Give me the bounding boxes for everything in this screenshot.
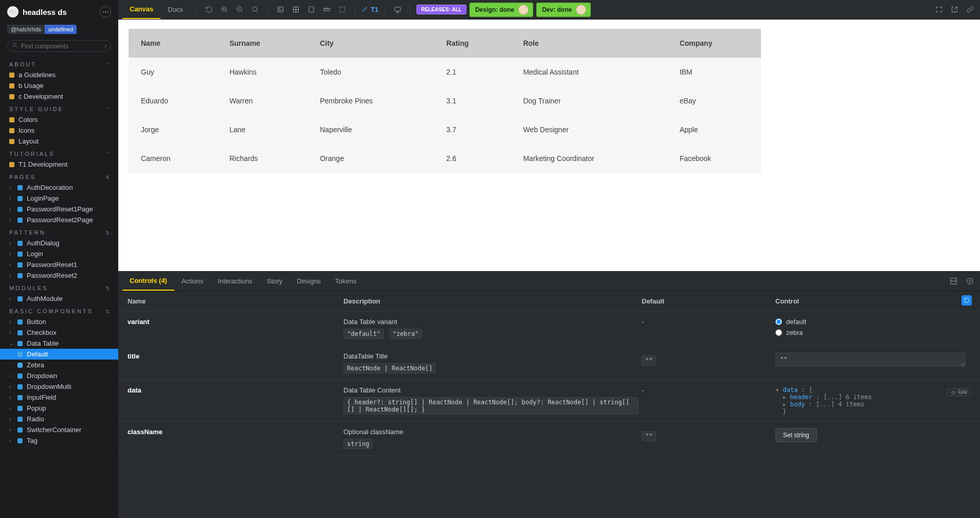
sidebar-item-switchercontainer[interactable]: ›SwitcherContainer (0, 424, 118, 435)
variant-radio-group: default zebra (775, 318, 971, 340)
table-row: GuyHawkinsToledo2.1Medical AssistantIBM (129, 58, 761, 86)
sidebar-item-passwordreset2page[interactable]: ›PasswordReset2Page (0, 215, 118, 225)
section-style-guide[interactable]: STYLE GUIDE ⌃ (0, 102, 118, 114)
sidebar-item-passwordreset1page[interactable]: ›PasswordReset1Page (0, 204, 118, 215)
sidebar-item-guidelines[interactable]: a Guidelines (0, 69, 118, 80)
find-components[interactable]: / (7, 40, 111, 52)
addons-close-icon[interactable] (964, 275, 976, 288)
table-cell: 2.6 (434, 144, 511, 173)
table-cell: 3.1 (434, 86, 511, 115)
section-pattern[interactable]: PATTERN ⇅ (0, 225, 118, 238)
grid-icon[interactable] (290, 4, 302, 16)
sidebar-item-data-table-zebra[interactable]: Zebra (0, 360, 118, 370)
variant-option-default[interactable]: default (775, 318, 971, 326)
sidebar-item-passwordreset2[interactable]: ›PasswordReset2 (0, 270, 118, 281)
sidebar-item-t1-development[interactable]: T1 Development (0, 159, 118, 170)
addon-tab-designs[interactable]: Designs (289, 272, 328, 291)
sidebar-item-icons[interactable]: Icons (0, 125, 118, 136)
addon-tab-controls[interactable]: Controls (4) (122, 272, 174, 291)
title-input[interactable]: "" (775, 352, 966, 367)
sidebar-item-data-table-default[interactable]: Default (0, 349, 118, 360)
raw-toggle[interactable]: RAW (947, 388, 971, 396)
search-input[interactable] (21, 43, 102, 50)
table-cell: Apple (667, 115, 761, 144)
table-cell: Toledo (307, 58, 434, 86)
releases-badge[interactable]: RELEASES: ALL (416, 5, 466, 14)
section-basic-components[interactable]: BASIC COMPONENTS ⇅ (0, 304, 118, 316)
sidebar-item-dropdown[interactable]: ›Dropdown (0, 370, 118, 381)
zoom-reset-icon[interactable] (249, 4, 262, 16)
variant-option-zebra[interactable]: zebra (775, 329, 971, 336)
data-json-tree[interactable]: RAW ▾ data : { ▸ header : [...] 6 items … (775, 386, 971, 415)
sidebar-item-dropdownmulti[interactable]: ›DropdownMulti (0, 381, 118, 392)
background-icon[interactable] (275, 4, 287, 16)
table-row: CameronRichardsOrange2.6Marketing Coordi… (129, 144, 761, 173)
table-cell: Web Designer (511, 115, 667, 144)
sidebar-item-colors[interactable]: Colors (0, 114, 118, 125)
addon-tab-actions[interactable]: Actions (174, 272, 211, 291)
arg-row-title: title DataTable Title ReactNode | ReactN… (118, 346, 980, 380)
edit-mode[interactable]: T1 (361, 5, 378, 14)
table-cell: Eduardo (129, 86, 217, 115)
present-icon[interactable] (391, 4, 404, 16)
table-cell: 3.7 (434, 115, 511, 144)
topbar: Canvas Docs T1 RELEASES: ALL (118, 0, 980, 20)
sort-icon: ⇅ (105, 174, 111, 180)
addon-tab-story[interactable]: Story (260, 272, 289, 291)
section-modules[interactable]: MODULES ⇅ (0, 281, 118, 293)
zoom-in-icon[interactable] (219, 4, 231, 16)
table-cell: Richards (217, 144, 307, 173)
zoom-out-icon[interactable] (234, 4, 246, 16)
viewport-icon[interactable] (305, 4, 318, 16)
edit-mode-label: T1 (371, 6, 378, 13)
dev-status-chip[interactable]: Dev: done (536, 3, 591, 17)
sidebar-item-authmodule[interactable]: ›AuthModule (0, 293, 118, 304)
svg-point-11 (252, 7, 257, 11)
svg-line-12 (257, 11, 258, 12)
col-city: City (307, 29, 434, 58)
reset-controls-button[interactable] (961, 295, 972, 306)
table-cell: Warren (217, 86, 307, 115)
table-row: JorgeLaneNaperville3.7Web DesignerApple (129, 115, 761, 144)
sidebar-item-tag[interactable]: ›Tag (0, 435, 118, 446)
brand-menu-button[interactable]: ⋯ (100, 6, 111, 17)
table-cell: eBay (667, 86, 761, 115)
sidebar-item-button[interactable]: ›Button (0, 316, 118, 327)
sidebar-item-loginpage[interactable]: ›LoginPage (0, 193, 118, 204)
table-cell: Facebook (667, 144, 761, 173)
table-cell: Guy (129, 58, 217, 86)
addon-tab-tokens[interactable]: Tokens (328, 272, 364, 291)
sidebar-item-authdialog[interactable]: ›AuthDialog (0, 238, 118, 248)
sidebar-item-popup[interactable]: ›Popup (0, 403, 118, 414)
sidebar-item-data-table[interactable]: ⌄Data Table (0, 338, 118, 349)
sidebar-item-development[interactable]: c Development (0, 91, 118, 102)
sidebar-item-checkbox[interactable]: ›Checkbox (0, 327, 118, 338)
set-string-button[interactable]: Set string (775, 428, 817, 442)
sidebar-item-usage[interactable]: b Usage (0, 80, 118, 91)
sidebar-item-inputfield[interactable]: ›InputField (0, 392, 118, 403)
tab-canvas[interactable]: Canvas (122, 0, 160, 19)
open-external-icon[interactable] (948, 4, 960, 16)
sidebar-item-radio[interactable]: ›Radio (0, 414, 118, 424)
copy-link-icon[interactable] (964, 4, 976, 16)
tab-docs[interactable]: Docs (160, 0, 190, 19)
svg-rect-18 (310, 7, 314, 12)
measure-icon[interactable] (321, 4, 333, 16)
sidebar-item-login[interactable]: ›Login (0, 248, 118, 259)
sidebar-item-passwordreset1[interactable]: ›PasswordReset1 (0, 259, 118, 270)
refresh-icon[interactable] (203, 4, 215, 16)
sidebar-item-authdecoration[interactable]: ›AuthDecoration (0, 182, 118, 193)
col-surname: Surname (217, 29, 307, 58)
section-about[interactable]: ABOUT ⌃ (0, 57, 118, 69)
addons-panel: Controls (4) Actions Interactions Story … (118, 271, 980, 518)
addons-layout-icon[interactable] (947, 275, 959, 288)
section-tutorials[interactable]: TUTORIALS ⌃ (0, 147, 118, 159)
sidebar-item-layout[interactable]: Layout (0, 136, 118, 147)
design-status-chip[interactable]: Design: done (469, 3, 533, 17)
args-table-head: Name Description Default Control (118, 291, 980, 312)
addon-tab-interactions[interactable]: Interactions (211, 272, 260, 291)
scope-badge[interactable]: @hatch/hds undefined (7, 25, 77, 34)
fullscreen-icon[interactable] (933, 4, 945, 16)
section-pages[interactable]: PAGES ⇅ (0, 170, 118, 182)
outline-icon[interactable] (336, 4, 349, 16)
